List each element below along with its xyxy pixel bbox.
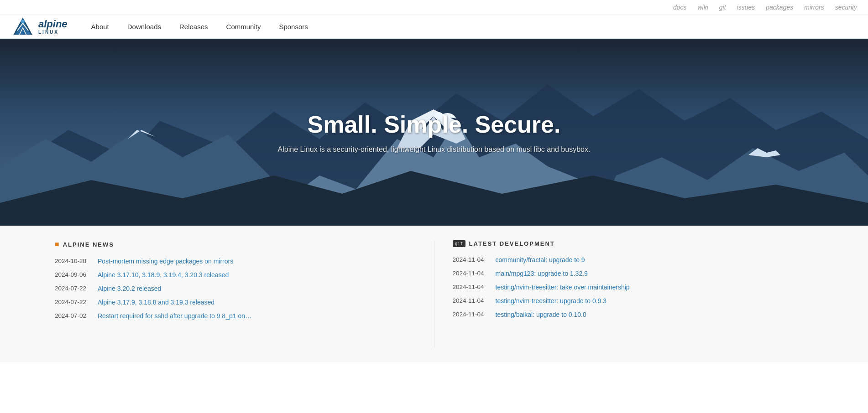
logo-name: alpine [38,19,68,30]
dev-item-date: 2024-11-04 [453,284,490,290]
logo-link[interactable]: alpine LINUX [11,15,68,39]
nav-links: AboutDownloadsReleasesCommunitySponsors [82,15,317,38]
news-item-date: 2024-10-28 [55,258,92,264]
dev-item: 2024-11-04main/mpg123: upgrade to 1.32.9 [453,270,814,277]
topbar-link-mirrors[interactable]: mirrors [804,4,824,11]
news-item: 2024-10-28Post-mortem missing edge packa… [55,258,416,265]
news-section-title: ALPINE NEWS [63,241,114,248]
news-item: 2024-09-06Alpine 3.17.10, 3.18.9, 3.19.4… [55,271,416,279]
dev-item-link[interactable]: testing/nvim-treesitter: take over maint… [496,284,630,291]
topbar-link-docs[interactable]: docs [673,4,687,11]
hero-banner: Small. Simple. Secure. Alpine Linux is a… [0,39,868,226]
dev-item: 2024-11-04community/fractal: upgrade to … [453,256,814,263]
topbar-link-git[interactable]: git [719,4,726,11]
hero-subtitle: Alpine Linux is a security-oriented, lig… [278,145,591,154]
dev-item-link[interactable]: testing/nvim-treesitter: upgrade to 0.9.… [496,297,607,305]
dev-item-date: 2024-11-04 [453,311,490,318]
top-utility-bar: docswikigitissuespackagesmirrorssecurity [0,0,868,15]
dev-section-title: LATEST DEVELOPMENT [469,240,555,247]
nav-link-downloads[interactable]: Downloads [118,15,170,38]
nav-link-sponsors[interactable]: Sponsors [270,15,317,38]
news-item-link[interactable]: Alpine 3.17.10, 3.18.9, 3.19.4, 3.20.3 r… [98,271,229,279]
news-item-date: 2024-07-22 [55,299,92,305]
news-item-link[interactable]: Alpine 3.17.9, 3.18.8 and 3.19.3 release… [98,299,214,306]
hero-title: Small. Simple. Secure. [278,111,591,138]
news-item: 2024-07-22Alpine 3.20.2 released [55,285,416,292]
news-item-link[interactable]: Post-mortem missing edge packages on mir… [98,258,233,265]
dev-item-link[interactable]: main/mpg123: upgrade to 1.32.9 [496,270,588,277]
content-area: ■ ALPINE NEWS 2024-10-28Post-mortem miss… [0,226,868,362]
topbar-link-issues[interactable]: issues [737,4,755,11]
news-item-date: 2024-07-02 [55,312,92,319]
logo-subtext: LINUX [38,30,68,35]
dev-column: git LATEST DEVELOPMENT 2024-11-04communi… [434,240,814,348]
news-item-link[interactable]: Restart required for sshd after upgrade … [98,312,251,320]
news-item-link[interactable]: Alpine 3.20.2 released [98,285,161,292]
news-item: 2024-07-22Alpine 3.17.9, 3.18.8 and 3.19… [55,299,416,306]
dev-item-date: 2024-11-04 [453,270,490,277]
dev-items: 2024-11-04community/fractal: upgrade to … [453,256,814,318]
svg-point-2 [21,20,25,23]
dev-header: git LATEST DEVELOPMENT [453,240,814,247]
news-item-date: 2024-09-06 [55,271,92,278]
nav-link-community[interactable]: Community [217,15,270,38]
hero-content: Small. Simple. Secure. Alpine Linux is a… [278,111,591,154]
topbar-link-packages[interactable]: packages [766,4,793,11]
dev-item: 2024-11-04testing/baikal: upgrade to 0.1… [453,311,814,318]
logo-icon [11,15,35,39]
dev-item-date: 2024-11-04 [453,297,490,304]
rss-icon: ■ [55,240,59,248]
dev-item-link[interactable]: community/fractal: upgrade to 9 [496,256,585,263]
news-column: ■ ALPINE NEWS 2024-10-28Post-mortem miss… [55,240,434,348]
news-item: 2024-07-02Restart required for sshd afte… [55,312,416,320]
dev-item: 2024-11-04testing/nvim-treesitter: upgra… [453,297,814,305]
dev-item: 2024-11-04testing/nvim-treesitter: take … [453,284,814,291]
nav-link-about[interactable]: About [82,15,118,38]
topbar-link-wiki[interactable]: wiki [697,4,708,11]
topbar-link-security[interactable]: security [835,4,857,11]
news-header: ■ ALPINE NEWS [55,240,416,248]
news-item-date: 2024-07-22 [55,285,92,292]
news-items: 2024-10-28Post-mortem missing edge packa… [55,258,416,320]
main-nav: alpine LINUX AboutDownloadsReleasesCommu… [0,15,868,39]
dev-item-link[interactable]: testing/baikal: upgrade to 0.10.0 [496,311,586,318]
dev-item-date: 2024-11-04 [453,256,490,263]
nav-link-releases[interactable]: Releases [170,15,217,38]
git-badge: git [453,240,465,247]
